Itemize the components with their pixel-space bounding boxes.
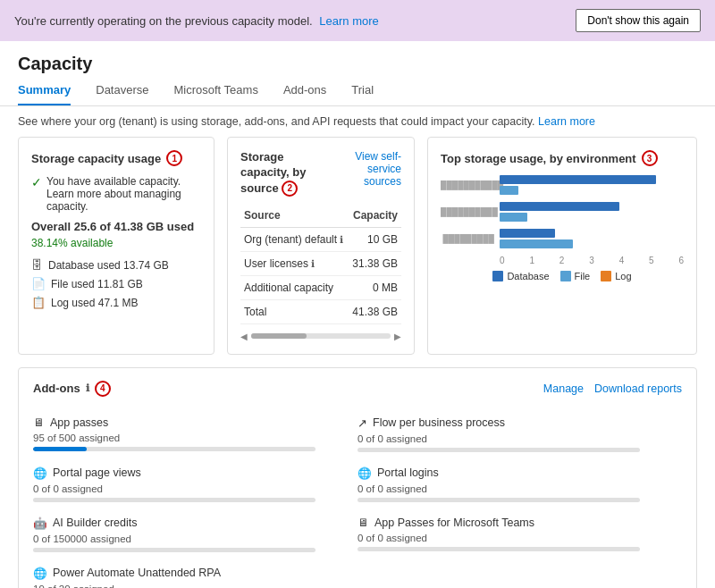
app-passes-teams-icon: 🖥 [358, 517, 369, 529]
storage-capacity-usage-card: Storage capacity usage 1 ✓ You have avai… [18, 137, 214, 355]
scrollbar-track [251, 333, 391, 339]
org-info-icon[interactable]: ℹ [340, 234, 343, 245]
overall-usage: Overall 25.6 of 41.38 GB used [31, 220, 201, 233]
addons-badge: 4 [95, 381, 111, 397]
chart-legend: Database File Log [441, 271, 684, 281]
addons-header: Add-ons ℹ 4 Manage Download reports [33, 381, 682, 397]
source-row-org: Org (tenant) default ℹ 10 GB [240, 227, 401, 251]
legend-database: Database [492, 271, 549, 281]
addon-ai-builder: 🤖 AI Builder credits 0 of 150000 assigne… [33, 509, 358, 559]
source-badge: 2 [282, 181, 298, 197]
legend-file-color [560, 271, 571, 281]
addon-app-passes-teams: 🖥 App Passes for Microsoft Teams 0 of 0 … [358, 509, 682, 559]
check-icon: ✓ [31, 175, 42, 189]
env3-label: █████████ [441, 234, 494, 243]
source-table: Source Capacity Org (tenant) default ℹ 1… [240, 206, 401, 324]
tab-microsoft-teams[interactable]: Microsoft Teams [174, 83, 258, 105]
capacity-col-header: Capacity [349, 206, 401, 228]
download-reports-link[interactable]: Download reports [594, 382, 682, 395]
storage-source-card: Storage capacity, by source 2 View self-… [227, 137, 415, 355]
storage-badge: 1 [166, 150, 182, 166]
env2-file-bar [500, 213, 527, 222]
page-title: Capacity [0, 41, 715, 74]
addon-empty [358, 559, 682, 588]
addon-portal-logins: 🌐 Portal logins 0 of 0 assigned [358, 459, 682, 509]
app-passes-fill [33, 447, 87, 451]
addons-card: Add-ons ℹ 4 Manage Download reports 🖥 Ap… [18, 367, 697, 588]
available-message: ✓ You have available capacity. Learn mor… [31, 175, 201, 213]
addon-portal-page-views: 🌐 Portal page views 0 of 0 assigned [33, 459, 358, 509]
legend-log: Log [601, 271, 631, 281]
chart-row-env1: ███████████ [441, 175, 684, 195]
available-percentage: 38.14% available [31, 237, 201, 249]
manage-link[interactable]: Manage [543, 382, 584, 395]
tab-summary[interactable]: Summary [18, 83, 71, 105]
source-row-additional: Additional capacity 0 MB [240, 275, 401, 299]
chart-row-env2: ██████████ [441, 202, 684, 222]
env3-db-bar [500, 229, 555, 238]
addons-info-icon[interactable]: ℹ [86, 382, 89, 394]
banner-learn-more-link[interactable]: Learn more [319, 14, 378, 28]
scroll-left-icon[interactable]: ◀ [240, 332, 248, 341]
rpa-icon: 🌐 [33, 567, 47, 580]
app-passes-icon: 🖥 [33, 416, 45, 429]
app-passes-progress [33, 447, 315, 451]
env1-file-bar [500, 186, 518, 195]
database-usage-row: 🗄 Database used 13.74 GB [31, 258, 201, 272]
tab-dataverse[interactable]: Dataverse [96, 83, 148, 105]
chart-row-env3: █████████ [441, 229, 684, 248]
scroll-right-icon[interactable]: ▶ [394, 332, 401, 341]
horizontal-scrollbar[interactable]: ◀ ▶ [240, 332, 401, 341]
source-row-total: Total 41.38 GB [240, 299, 401, 323]
source-row-user: User licenses ℹ 31.38 GB [240, 251, 401, 275]
top-storage-card: Top storage usage, by environment 3 ████… [427, 137, 697, 355]
chart-axis: 0 1 2 3 4 5 6 [441, 256, 684, 265]
source-card-title: Storage capacity, by source 2 [240, 150, 335, 197]
env2-bars [500, 202, 684, 222]
addons-links: Manage Download reports [543, 382, 682, 395]
scrollbar-thumb [251, 333, 307, 339]
top-storage-badge: 3 [642, 150, 658, 166]
env3-file-bar [500, 239, 573, 248]
portal-views-progress [33, 498, 315, 502]
banner: You're currently operating on the previo… [0, 0, 715, 41]
env1-bars [500, 175, 684, 195]
portal-logins-progress [358, 498, 640, 502]
storage-card-header: Storage capacity usage 1 [31, 150, 201, 166]
legend-database-color [492, 271, 503, 281]
addons-grid: 🖥 App passes 95 of 500 assigned ↗ Flow p… [33, 409, 682, 588]
addon-flow-per-biz: ↗ Flow per business process 0 of 0 assig… [358, 409, 682, 459]
bar-chart: ███████████ ██████████ █████████ [441, 175, 684, 248]
app-passes-teams-progress [358, 547, 640, 551]
addons-title: Add-ons ℹ 4 [33, 381, 111, 397]
dont-show-again-button[interactable]: Don't show this again [576, 9, 701, 32]
file-icon: 📄 [31, 277, 46, 290]
log-icon: 📋 [31, 296, 46, 309]
portal-logins-icon: 🌐 [358, 466, 372, 480]
tab-add-ons[interactable]: Add-ons [283, 83, 326, 105]
user-info-icon[interactable]: ℹ [311, 258, 315, 269]
legend-file: File [560, 271, 591, 281]
env2-db-bar [500, 202, 619, 211]
database-icon: 🗄 [31, 258, 43, 272]
legend-log-color [601, 271, 611, 281]
source-card-header: Storage capacity, by source 2 View self-… [240, 150, 401, 197]
source-col-header: Source [240, 206, 349, 228]
view-self-service-link[interactable]: View self-service sources [335, 150, 401, 188]
flow-progress [358, 448, 640, 452]
page-subtitle: See where your org (tenant) is using sto… [0, 106, 715, 137]
tab-trial[interactable]: Trial [351, 83, 374, 105]
env3-bars [500, 229, 684, 248]
env2-label: ██████████ [441, 207, 494, 216]
cards-row: Storage capacity usage 1 ✓ You have avai… [0, 137, 715, 367]
flow-icon: ↗ [358, 416, 367, 430]
banner-text: You're currently operating on the previo… [14, 14, 379, 28]
addon-app-passes: 🖥 App passes 95 of 500 assigned [33, 409, 358, 459]
env1-db-bar [500, 175, 656, 184]
log-usage-row: 📋 Log used 47.1 MB [31, 296, 201, 309]
env1-label: ███████████ [441, 181, 494, 189]
file-usage-row: 📄 File used 11.81 GB [31, 277, 201, 290]
subtitle-learn-more-link[interactable]: Learn more [538, 115, 595, 128]
tabs-nav: Summary Dataverse Microsoft Teams Add-on… [0, 74, 715, 106]
addon-power-automate-rpa: 🌐 Power Automate Unattended RPA 19 of 20… [33, 559, 358, 588]
